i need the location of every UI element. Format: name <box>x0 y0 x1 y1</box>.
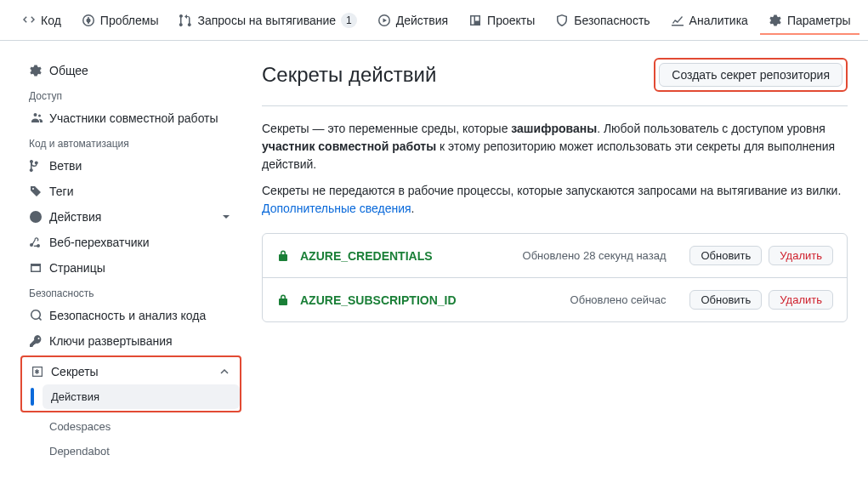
sidebar-actions-label: Действия <box>49 210 101 224</box>
project-icon <box>468 14 482 27</box>
sidebar-secrets-codespaces[interactable]: Codespaces <box>41 414 241 439</box>
lock-icon <box>276 293 290 307</box>
sidebar-access-title: Доступ <box>20 83 241 105</box>
tab-actions-label: Действия <box>396 14 448 27</box>
svg-point-0 <box>86 18 90 22</box>
tab-security[interactable]: Безопасность <box>547 7 658 34</box>
description-paragraph-1: Секреты — это переменные среды, которые … <box>262 120 848 173</box>
sidebar-pages-label: Страницы <box>49 261 105 275</box>
play-icon <box>29 210 43 224</box>
chevron-up-icon <box>218 365 231 378</box>
tab-code[interactable]: Код <box>14 7 70 34</box>
sidebar-branches-label: Ветви <box>49 159 82 173</box>
issue-icon <box>82 14 95 27</box>
page-title: Секреты действий <box>262 63 436 87</box>
sidebar-collaborators[interactable]: Участники совместной работы <box>20 105 241 131</box>
key-icon <box>29 334 43 348</box>
tab-settings[interactable]: Параметры <box>760 7 859 34</box>
chevron-down-icon <box>219 210 233 224</box>
asterisk-icon <box>31 365 44 378</box>
tab-pulls-label: Запросы на вытягивание <box>197 14 336 27</box>
sidebar-code-security[interactable]: Безопасность и анализ кода <box>20 303 241 328</box>
sidebar-secrets-dependabot[interactable]: Dependabot <box>41 439 241 463</box>
sidebar-general-label: Общее <box>49 64 88 77</box>
people-icon <box>29 111 43 125</box>
tab-issues-label: Проблемы <box>100 14 159 27</box>
browser-icon <box>29 261 43 275</box>
graph-icon <box>671 14 684 27</box>
learn-more-link[interactable]: Дополнительные сведения <box>262 202 411 215</box>
sidebar-secrets-label: Секреты <box>51 365 99 378</box>
secret-row: AZURE_SUBSCRIPTION_ID Обновлено сейчас О… <box>263 277 847 321</box>
tab-issues[interactable]: Проблемы <box>73 7 167 34</box>
update-secret-button[interactable]: Обновить <box>689 290 762 310</box>
sidebar-secrets-actions-label: Действия <box>51 390 99 403</box>
tab-pulls[interactable]: Запросы на вытягивание 1 <box>170 6 365 35</box>
delete-secret-button[interactable]: Удалить <box>769 290 833 310</box>
secret-name[interactable]: AZURE_CREDENTIALS <box>300 249 433 263</box>
sidebar-deploy-keys-label: Ключи развертывания <box>49 334 173 348</box>
tab-insights[interactable]: Аналитика <box>662 7 757 34</box>
pulls-counter: 1 <box>341 13 357 28</box>
settings-sidebar: Общее Доступ Участники совместной работы… <box>20 58 241 463</box>
sidebar-tags[interactable]: Теги <box>20 179 241 204</box>
sidebar-pages[interactable]: Страницы <box>20 255 241 281</box>
tag-icon <box>29 185 43 198</box>
lock-icon <box>276 249 290 263</box>
tab-settings-label: Параметры <box>787 14 851 27</box>
sidebar-branches[interactable]: Ветви <box>20 153 241 179</box>
sidebar-secrets-dependabot-label: Dependabot <box>49 445 110 458</box>
main-content: Секреты действий Создать секрет репозито… <box>262 58 848 463</box>
description-paragraph-2: Секреты не передаются в рабочие процессы… <box>262 182 848 218</box>
tab-code-label: Код <box>41 14 61 27</box>
pull-request-icon <box>179 14 192 27</box>
tab-actions[interactable]: Действия <box>369 7 457 34</box>
sidebar-webhooks-label: Веб-перехватчики <box>49 236 150 249</box>
repo-top-nav: Код Проблемы Запросы на вытягивание 1 Де… <box>0 0 868 41</box>
sidebar-code-automation-title: Код и автоматизация <box>20 131 241 153</box>
play-icon <box>377 14 391 27</box>
tab-insights-label: Аналитика <box>689 14 748 27</box>
sidebar-collaborators-label: Участники совместной работы <box>49 111 218 125</box>
webhook-icon <box>29 236 43 249</box>
update-secret-button[interactable]: Обновить <box>689 246 762 265</box>
secret-name[interactable]: AZURE_SUBSCRIPTION_ID <box>300 293 457 307</box>
highlight-secrets-section: Секреты Действия <box>20 355 241 412</box>
delete-secret-button[interactable]: Удалить <box>769 246 833 265</box>
tab-projects-label: Проекты <box>487 14 535 27</box>
secret-row: AZURE_CREDENTIALS Обновлено 28 секунд на… <box>263 234 847 277</box>
sidebar-code-security-label: Безопасность и анализ кода <box>49 309 206 322</box>
gear-icon <box>769 14 782 27</box>
secret-updated: Обновлено сейчас <box>570 293 667 306</box>
sidebar-general[interactable]: Общее <box>20 58 241 83</box>
sidebar-secrets[interactable]: Секреты <box>22 359 240 384</box>
sidebar-tags-label: Теги <box>49 185 73 198</box>
code-scan-icon <box>29 309 43 322</box>
code-icon <box>22 14 36 27</box>
gear-icon <box>29 64 43 77</box>
sidebar-webhooks[interactable]: Веб-перехватчики <box>20 230 241 255</box>
sidebar-security-title: Безопасность <box>20 281 241 303</box>
sidebar-actions[interactable]: Действия <box>20 204 241 230</box>
branch-icon <box>29 159 43 173</box>
highlight-new-secret-button: Создать секрет репозитория <box>654 58 848 92</box>
new-repo-secret-button[interactable]: Создать секрет репозитория <box>659 63 842 87</box>
secret-updated: Обновлено 28 секунд назад <box>523 249 667 262</box>
sidebar-secrets-codespaces-label: Codespaces <box>49 420 111 433</box>
shield-icon <box>555 14 569 27</box>
sidebar-secrets-actions[interactable]: Действия <box>43 384 240 409</box>
tab-security-label: Безопасность <box>574 14 650 27</box>
tab-projects[interactable]: Проекты <box>460 7 543 34</box>
secrets-list: AZURE_CREDENTIALS Обновлено 28 секунд на… <box>262 233 848 322</box>
sidebar-deploy-keys[interactable]: Ключи развертывания <box>20 328 241 354</box>
